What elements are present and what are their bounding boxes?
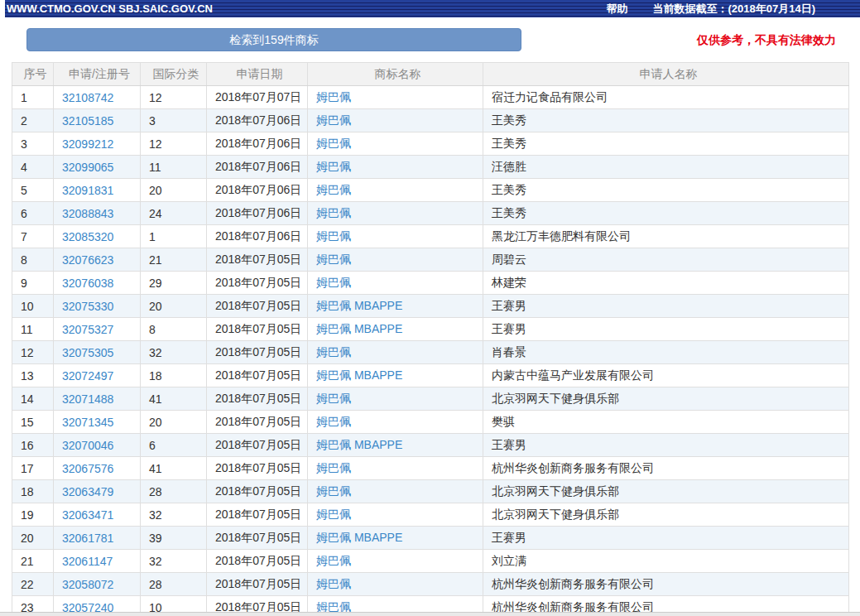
app-no-link[interactable]: 32061147 bbox=[62, 555, 113, 568]
cell-app-date: 2018年07月06日 bbox=[207, 225, 308, 248]
cell-intl-class: 11 bbox=[141, 156, 207, 179]
app-no-link[interactable]: 32099065 bbox=[62, 161, 113, 174]
tm-name-link[interactable]: 姆巴佩 MBAPPE bbox=[316, 322, 402, 335]
cell: 32071488 bbox=[54, 387, 141, 411]
cell: 32075327 bbox=[54, 318, 141, 341]
cell-applicant: 北京羽网天下健身俱乐部 bbox=[483, 480, 849, 503]
cell: 姆巴佩 bbox=[308, 411, 483, 434]
tm-name-link[interactable]: 姆巴佩 bbox=[316, 577, 351, 590]
header-seq: 序号 bbox=[12, 63, 54, 86]
app-no-link[interactable]: 32063471 bbox=[62, 508, 113, 522]
toolbar: 检索到159件商标 仅供参考，不具有法律效力 bbox=[0, 28, 860, 51]
tm-name-link[interactable]: 姆巴佩 MBAPPE bbox=[316, 299, 402, 312]
cell-app-date: 2018年07月06日 bbox=[207, 109, 308, 132]
cell-app-date: 2018年07月05日 bbox=[207, 248, 308, 272]
cell: 32075305 bbox=[54, 341, 141, 364]
app-no-link[interactable]: 32061781 bbox=[62, 532, 113, 545]
app-no-link[interactable]: 32075330 bbox=[62, 300, 113, 313]
cell-intl-class: 1 bbox=[141, 225, 207, 248]
tm-name-link[interactable]: 姆巴佩 bbox=[316, 253, 351, 266]
tm-name-link[interactable]: 姆巴佩 bbox=[316, 229, 351, 243]
cell: 姆巴佩 bbox=[308, 179, 483, 202]
app-no-link[interactable]: 32058072 bbox=[62, 578, 113, 591]
tm-name-link[interactable]: 姆巴佩 bbox=[316, 183, 351, 196]
cell-seq: 8 bbox=[12, 248, 54, 272]
tm-name-link[interactable]: 姆巴佩 bbox=[316, 206, 351, 219]
table-row: 332099212122018年07月06日姆巴佩王美秀 bbox=[12, 132, 849, 156]
app-no-link[interactable]: 32108742 bbox=[62, 91, 113, 104]
app-no-link[interactable]: 32075305 bbox=[62, 346, 113, 359]
topbar-right-group: 帮助 当前数据截至：(2018年07月14日) bbox=[607, 2, 860, 17]
cell-seq: 22 bbox=[12, 573, 54, 596]
cell-app-date: 2018年07月05日 bbox=[207, 364, 308, 387]
result-count-button[interactable]: 检索到159件商标 bbox=[26, 28, 521, 51]
tm-name-link[interactable]: 姆巴佩 bbox=[316, 113, 351, 127]
tm-name-link[interactable]: 姆巴佩 bbox=[316, 484, 351, 498]
tm-name-link[interactable]: 姆巴佩 bbox=[316, 392, 351, 405]
tm-name-link[interactable]: 姆巴佩 bbox=[316, 345, 351, 359]
cell-seq: 6 bbox=[12, 202, 54, 225]
table-row: 1732067576412018年07月05日姆巴佩杭州华炎创新商务服务有限公司 bbox=[12, 457, 849, 480]
tm-name-link[interactable]: 姆巴佩 MBAPPE bbox=[316, 438, 402, 451]
app-no-link[interactable]: 32105185 bbox=[62, 114, 113, 128]
cell: 32058072 bbox=[54, 573, 141, 596]
cell: 32085320 bbox=[54, 225, 141, 248]
cell-applicant: 周碧云 bbox=[483, 248, 849, 272]
cell-applicant: 刘立满 bbox=[483, 550, 849, 573]
tm-name-link[interactable]: 姆巴佩 MBAPPE bbox=[316, 531, 402, 544]
cell-seq: 2 bbox=[12, 109, 54, 132]
tm-name-link[interactable]: 姆巴佩 bbox=[316, 137, 351, 150]
cell-intl-class: 8 bbox=[141, 318, 207, 341]
table-row: 113207532782018年07月05日姆巴佩 MBAPPE王赛男 bbox=[12, 318, 849, 341]
cell: 姆巴佩 MBAPPE bbox=[308, 364, 483, 387]
help-link[interactable]: 帮助 bbox=[607, 2, 628, 17]
cell-applicant: 林建荣 bbox=[483, 272, 849, 295]
table-row: 932076038292018年07月05日姆巴佩林建荣 bbox=[12, 272, 849, 295]
tm-name-link[interactable]: 姆巴佩 bbox=[316, 276, 351, 289]
app-no-link[interactable]: 32070046 bbox=[62, 439, 113, 452]
app-no-link[interactable]: 32085320 bbox=[62, 230, 113, 243]
app-no-link[interactable]: 32091831 bbox=[62, 184, 113, 197]
app-no-link[interactable]: 32075327 bbox=[62, 323, 113, 336]
tm-name-link[interactable]: 姆巴佩 bbox=[316, 508, 351, 521]
cell-app-date: 2018年07月05日 bbox=[207, 411, 308, 434]
table-row: 163207004662018年07月05日姆巴佩 MBAPPE王赛男 bbox=[12, 434, 849, 457]
tm-name-link[interactable]: 姆巴佩 bbox=[316, 90, 351, 103]
table-row: 2032061781392018年07月05日姆巴佩 MBAPPE王赛男 bbox=[12, 527, 849, 550]
cell-app-date: 2018年07月06日 bbox=[207, 132, 308, 156]
cell: 姆巴佩 bbox=[308, 225, 483, 248]
tm-name-link[interactable]: 姆巴佩 MBAPPE bbox=[316, 368, 402, 382]
app-no-link[interactable]: 32088843 bbox=[62, 207, 113, 220]
app-no-link[interactable]: 32071488 bbox=[62, 392, 113, 406]
cell: 32088843 bbox=[54, 202, 141, 225]
app-no-link[interactable]: 32067576 bbox=[62, 462, 113, 475]
app-no-link[interactable]: 32071345 bbox=[62, 416, 113, 429]
cell: 姆巴佩 MBAPPE bbox=[308, 318, 483, 341]
tm-name-link[interactable]: 姆巴佩 bbox=[316, 160, 351, 173]
header-app-date: 申请日期 bbox=[207, 63, 308, 86]
tm-name-link[interactable]: 姆巴佩 bbox=[316, 461, 351, 474]
cell-intl-class: 32 bbox=[141, 550, 207, 573]
tm-name-link[interactable]: 姆巴佩 bbox=[316, 415, 351, 428]
cell-intl-class: 18 bbox=[141, 364, 207, 387]
cell-app-date: 2018年07月05日 bbox=[207, 573, 308, 596]
cell-intl-class: 12 bbox=[141, 86, 207, 109]
cell-intl-class: 28 bbox=[141, 480, 207, 503]
app-no-link[interactable]: 32099212 bbox=[62, 137, 113, 151]
cell: 姆巴佩 bbox=[308, 156, 483, 179]
bottom-scroll-strip[interactable] bbox=[0, 612, 860, 616]
top-bar: WWW.CTMO.GOV.CN SBJ.SAIC.GOV.CN 帮助 当前数据截… bbox=[5, 0, 860, 17]
app-no-link[interactable]: 32076038 bbox=[62, 277, 113, 290]
site-title: WWW.CTMO.GOV.CN SBJ.SAIC.GOV.CN bbox=[5, 2, 213, 15]
app-no-link[interactable]: 32072497 bbox=[62, 369, 113, 383]
tm-name-link[interactable]: 姆巴佩 bbox=[316, 554, 351, 567]
cell-intl-class: 39 bbox=[141, 527, 207, 550]
disclaimer-text: 仅供参考，不具有法律效力 bbox=[697, 33, 836, 48]
app-no-link[interactable]: 32063479 bbox=[62, 485, 113, 498]
cell: 姆巴佩 bbox=[308, 132, 483, 156]
cell-intl-class: 20 bbox=[141, 179, 207, 202]
cell-applicant: 王美秀 bbox=[483, 179, 849, 202]
cell: 32071345 bbox=[54, 411, 141, 434]
cell: 32076623 bbox=[54, 248, 141, 272]
app-no-link[interactable]: 32076623 bbox=[62, 253, 113, 267]
